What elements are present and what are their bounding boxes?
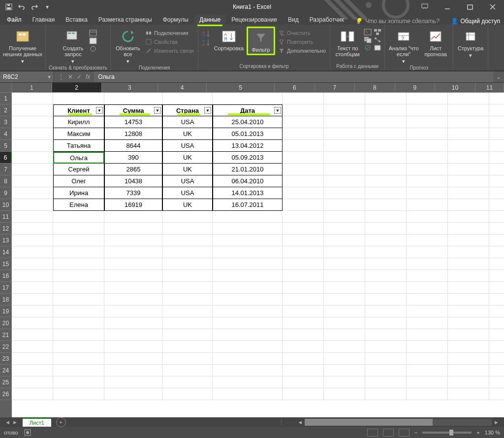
grid-cell[interactable] — [283, 223, 324, 235]
grid-cell[interactable] — [365, 341, 407, 353]
table-cell[interactable]: Елена — [53, 199, 104, 211]
qat-customize-icon[interactable]: ▾ — [42, 2, 52, 12]
grid-cell[interactable] — [104, 235, 162, 246]
grid-cell[interactable] — [489, 187, 504, 199]
grid-cell[interactable] — [448, 341, 489, 353]
grid-cell[interactable] — [324, 376, 365, 388]
view-page-layout-icon[interactable] — [383, 429, 394, 437]
grid-cell[interactable] — [12, 235, 53, 246]
grid-cell[interactable] — [448, 175, 489, 187]
grid-cell[interactable] — [283, 317, 324, 329]
grid-cell[interactable] — [162, 329, 213, 341]
grid-cell[interactable] — [407, 294, 448, 305]
row-header[interactable]: 8 — [0, 175, 12, 187]
grid-cell[interactable] — [489, 365, 504, 376]
grid-cell[interactable] — [104, 282, 162, 294]
grid-cell[interactable] — [12, 258, 53, 270]
grid-cell[interactable] — [213, 353, 283, 365]
minimize-icon[interactable] — [436, 0, 459, 14]
grid-cell[interactable] — [283, 164, 324, 175]
table-cell[interactable]: 16.07.2011 — [213, 199, 283, 211]
show-queries-icon[interactable] — [89, 30, 97, 36]
row-header[interactable]: 1 — [0, 93, 12, 104]
row-header[interactable]: 6 — [0, 152, 12, 164]
grid-cell[interactable] — [489, 175, 504, 187]
column-header[interactable]: 2 — [52, 83, 102, 93]
row-header[interactable]: 25 — [0, 376, 12, 388]
grid-cell[interactable] — [324, 258, 365, 270]
maximize-icon[interactable] — [459, 0, 481, 14]
advanced-filter-button[interactable]: Дополнительно — [277, 46, 327, 55]
grid-cell[interactable] — [283, 187, 324, 199]
grid-cell[interactable] — [213, 365, 283, 376]
row-header[interactable]: 18 — [0, 294, 12, 305]
grid-cell[interactable] — [104, 341, 162, 353]
grid-cell[interactable] — [324, 282, 365, 294]
grid-cell[interactable] — [365, 388, 407, 400]
grid-cell[interactable] — [53, 246, 104, 258]
grid-cell[interactable] — [407, 152, 448, 164]
grid-cell[interactable] — [12, 152, 53, 164]
grid-cell[interactable] — [407, 353, 448, 365]
grid-cell[interactable] — [213, 305, 283, 317]
grid-cell[interactable] — [407, 305, 448, 317]
grid-cell[interactable] — [365, 93, 407, 104]
grid-cell[interactable] — [448, 282, 489, 294]
tab-formulas[interactable]: Формулы — [158, 15, 193, 25]
grid-cell[interactable] — [213, 294, 283, 305]
refresh-all-button[interactable]: Обновить все▾ — [114, 27, 142, 64]
grid-cell[interactable] — [324, 317, 365, 329]
grid-cell[interactable] — [12, 329, 53, 341]
grid-cell[interactable] — [12, 294, 53, 305]
grid-cell[interactable] — [324, 152, 365, 164]
grid-cell[interactable] — [324, 329, 365, 341]
flash-fill-icon[interactable] — [364, 29, 372, 35]
table-cell[interactable]: 05.09.2013 — [213, 152, 283, 164]
grid-cell[interactable] — [448, 329, 489, 341]
grid-cell[interactable] — [283, 294, 324, 305]
row-header[interactable]: 15 — [0, 258, 12, 270]
grid-cell[interactable] — [162, 365, 213, 376]
row-header[interactable]: 20 — [0, 317, 12, 329]
row-header[interactable]: 10 — [0, 199, 12, 211]
row-header[interactable]: 19 — [0, 305, 12, 317]
row-header[interactable]: 17 — [0, 282, 12, 294]
row-header[interactable]: 4 — [0, 128, 12, 140]
row-header[interactable]: 23 — [0, 353, 12, 365]
grid-cell[interactable] — [365, 353, 407, 365]
table-cell[interactable]: 14753 — [104, 116, 162, 128]
grid-cell[interactable] — [324, 211, 365, 223]
grid-cell[interactable] — [162, 282, 213, 294]
horizontal-scrollbar[interactable]: ◄ ► — [288, 419, 504, 426]
grid-cell[interactable] — [489, 164, 504, 175]
grid-cell[interactable] — [104, 317, 162, 329]
grid-cell[interactable] — [365, 235, 407, 246]
remove-duplicates-icon[interactable] — [364, 36, 372, 43]
grid-cell[interactable] — [162, 223, 213, 235]
grid-cell[interactable] — [104, 365, 162, 376]
grid-cell[interactable] — [448, 353, 489, 365]
redo-icon[interactable] — [30, 2, 39, 12]
tab-review[interactable]: Рецензирование — [226, 15, 282, 25]
column-header[interactable]: 9 — [395, 83, 436, 93]
grid-cell[interactable] — [489, 128, 504, 140]
grid-cell[interactable] — [448, 317, 489, 329]
grid-cell[interactable] — [53, 317, 104, 329]
view-normal-icon[interactable] — [367, 429, 378, 437]
grid-cell[interactable] — [407, 104, 448, 116]
grid-cell[interactable] — [448, 152, 489, 164]
add-sheet-button[interactable]: + — [56, 417, 66, 427]
grid-cell[interactable] — [489, 140, 504, 152]
grid-cell[interactable] — [407, 211, 448, 223]
sheet-nav-next-icon[interactable]: ► — [12, 419, 18, 425]
grid-cell[interactable] — [12, 388, 53, 400]
macro-record-icon[interactable] — [24, 429, 31, 436]
grid-cell[interactable] — [213, 223, 283, 235]
grid-cell[interactable] — [489, 341, 504, 353]
column-header[interactable]: 1 — [12, 83, 52, 93]
zoom-slider[interactable] — [422, 432, 472, 434]
grid-cell[interactable] — [448, 270, 489, 282]
grid-cell[interactable] — [448, 388, 489, 400]
from-table-icon[interactable] — [89, 37, 97, 44]
grid-cell[interactable] — [162, 341, 213, 353]
